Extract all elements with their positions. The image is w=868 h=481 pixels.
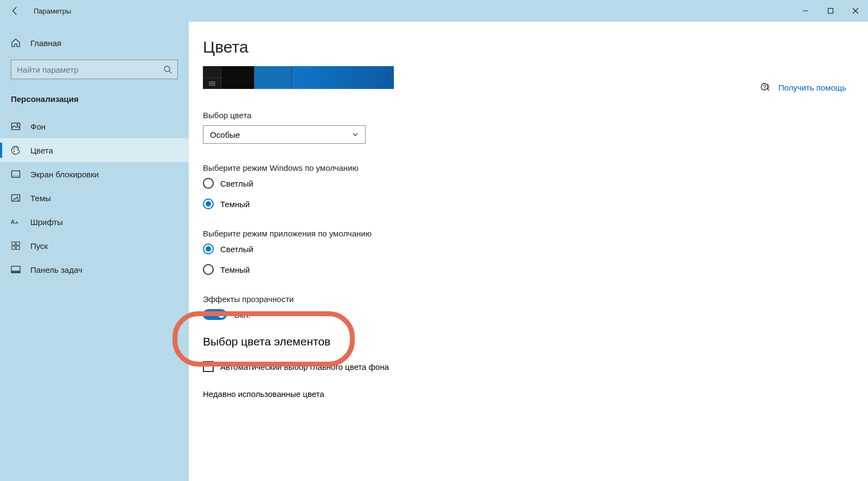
sidebar-item-colors[interactable]: Цвета bbox=[0, 138, 189, 162]
home-link[interactable]: Главная bbox=[0, 33, 189, 53]
color-choice-label: Выбор цвета bbox=[203, 111, 615, 120]
svg-rect-22 bbox=[11, 271, 20, 273]
window-controls bbox=[793, 0, 868, 22]
sidebar-item-label: Фон bbox=[30, 122, 46, 131]
checkbox-label: Автоматический выбор главного цвета фона bbox=[220, 362, 389, 371]
minimize-icon bbox=[802, 8, 809, 14]
svg-rect-19 bbox=[12, 246, 15, 249]
themes-icon bbox=[11, 193, 21, 203]
svg-point-10 bbox=[16, 147, 17, 148]
svg-rect-17 bbox=[12, 242, 15, 245]
app-title: Параметры bbox=[34, 7, 71, 15]
page-title: Цвета bbox=[203, 38, 615, 56]
sidebar-item-label: Цвета bbox=[30, 146, 53, 155]
lockscreen-icon bbox=[11, 169, 21, 179]
help-link-label: Получить помощь bbox=[778, 83, 846, 92]
svg-point-27 bbox=[764, 88, 764, 89]
app-mode-label: Выберите режим приложения по умолчанию bbox=[203, 229, 615, 238]
close-icon bbox=[852, 8, 859, 14]
sidebar-item-label: Пуск bbox=[30, 241, 48, 251]
arrow-left-icon bbox=[10, 6, 20, 16]
sidebar-item-start[interactable]: Пуск bbox=[0, 234, 189, 258]
transparency-label: Эффекты прозрачности bbox=[203, 294, 615, 304]
svg-rect-13 bbox=[12, 175, 20, 177]
sidebar-item-label: Панель задач bbox=[30, 265, 82, 274]
windows-mode-dark-radio[interactable]: Темный bbox=[203, 198, 615, 209]
maximize-icon bbox=[827, 8, 834, 14]
svg-line-5 bbox=[169, 71, 171, 73]
windows-mode-label: Выберите режим Windows по умолчанию bbox=[203, 163, 615, 172]
svg-point-8 bbox=[13, 149, 14, 150]
back-button[interactable] bbox=[9, 4, 22, 17]
dropdown-value: Особые bbox=[210, 130, 240, 139]
sidebar-item-label: Экран блокировки bbox=[30, 170, 99, 179]
fonts-icon: AA bbox=[11, 217, 21, 227]
svg-point-11 bbox=[14, 151, 15, 152]
radio-label: Темный bbox=[220, 265, 250, 274]
svg-point-7 bbox=[17, 124, 18, 126]
search-input[interactable] bbox=[17, 65, 158, 74]
sidebar: Главная Персонализация Фон Цвета Экран б… bbox=[0, 22, 189, 481]
app-mode-dark-radio[interactable]: Темный bbox=[203, 264, 615, 275]
palette-icon bbox=[11, 145, 21, 155]
sidebar-item-label: Темы bbox=[30, 194, 51, 203]
nav-list: Фон Цвета Экран блокировки Темы AA Шрифт… bbox=[0, 114, 189, 281]
svg-point-26 bbox=[761, 84, 768, 90]
sidebar-item-background[interactable]: Фон bbox=[0, 114, 189, 138]
chevron-down-icon bbox=[352, 131, 359, 138]
accent-color-heading: Выбор цвета элементов bbox=[203, 335, 615, 348]
sidebar-item-taskbar[interactable]: Панель задач bbox=[0, 258, 189, 281]
app-mode-light-radio[interactable]: Светлый bbox=[203, 243, 615, 254]
help-icon bbox=[760, 81, 771, 94]
search-box[interactable] bbox=[11, 60, 178, 79]
sidebar-item-lockscreen[interactable]: Экран блокировки bbox=[0, 162, 189, 186]
auto-accent-checkbox-row[interactable]: Автоматический выбор главного цвета фона bbox=[203, 361, 615, 372]
color-choice-dropdown[interactable]: Особые bbox=[203, 125, 366, 144]
content-area: Цвета Выбор цвета Особые Выберите режим … bbox=[189, 22, 868, 481]
home-label: Главная bbox=[30, 39, 61, 48]
windows-mode-light-radio[interactable]: Светлый bbox=[203, 178, 615, 189]
toggle-state-label: Вкл. bbox=[234, 310, 251, 319]
svg-rect-18 bbox=[16, 242, 20, 245]
svg-rect-14 bbox=[12, 195, 20, 201]
radio-label: Светлый bbox=[220, 245, 253, 254]
close-button[interactable] bbox=[843, 0, 868, 22]
svg-point-4 bbox=[164, 66, 170, 72]
sidebar-item-themes[interactable]: Темы bbox=[0, 186, 189, 210]
transparency-toggle[interactable] bbox=[203, 309, 227, 320]
sidebar-item-label: Шрифты bbox=[30, 217, 63, 227]
svg-rect-1 bbox=[828, 9, 833, 14]
picture-icon bbox=[11, 121, 21, 131]
svg-rect-20 bbox=[16, 246, 20, 249]
maximize-button[interactable] bbox=[818, 0, 843, 22]
svg-point-9 bbox=[14, 147, 15, 148]
get-help-link[interactable]: Получить помощь bbox=[760, 81, 846, 94]
start-icon bbox=[11, 241, 21, 251]
taskbar-preview bbox=[203, 66, 394, 89]
radio-label: Светлый bbox=[220, 179, 253, 188]
home-icon bbox=[11, 38, 21, 48]
taskbar-icon bbox=[11, 265, 21, 274]
minimize-button[interactable] bbox=[793, 0, 818, 22]
sidebar-section-label: Персонализация bbox=[0, 90, 189, 114]
sidebar-item-fonts[interactable]: AA Шрифты bbox=[0, 210, 189, 234]
svg-text:A: A bbox=[15, 221, 18, 226]
svg-rect-6 bbox=[12, 123, 20, 130]
checkbox-icon bbox=[203, 361, 214, 372]
recent-colors-label: Недавно использованные цвета bbox=[203, 389, 615, 399]
radio-label: Темный bbox=[220, 200, 250, 209]
svg-text:A: A bbox=[11, 219, 15, 226]
search-icon bbox=[163, 65, 172, 74]
titlebar: Параметры bbox=[0, 0, 868, 22]
